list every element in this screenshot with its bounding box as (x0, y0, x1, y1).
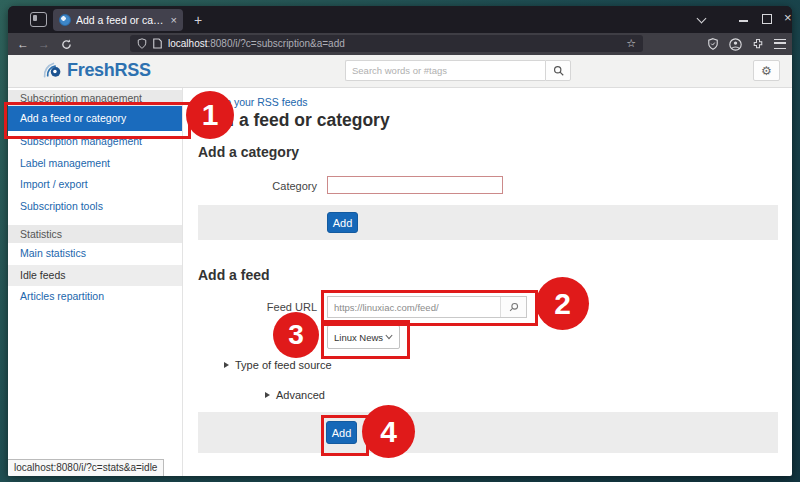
logo-text: FreshRSS (67, 60, 151, 81)
category-actions-strip (198, 205, 778, 240)
browser-tab[interactable]: Add a feed or category × (53, 9, 183, 31)
sidebar-item-articles-repartition[interactable]: Articles repartition (8, 286, 182, 308)
freshrss-logo[interactable]: FreshRSS (42, 60, 151, 81)
url-text: localhost:8080/i/?c=subscription&a=add (168, 38, 620, 49)
sidebar-item-main-statistics[interactable]: Main statistics (8, 243, 182, 265)
sidebar-item-idle-feeds[interactable]: Idle feeds (8, 265, 182, 287)
add-feed-heading: Add a feed (198, 267, 270, 283)
browser-window: Add a feed or category × + × ← → (8, 6, 792, 476)
tab-title: Add a feed or category (76, 14, 166, 26)
firefox-view-icon[interactable] (30, 12, 47, 27)
desktop-background: Add a feed or category × + × ← → (0, 0, 800, 482)
browser-toolbar: ← → localhost:8080/i/?c=subscription&a=a… (8, 33, 792, 55)
account-icon[interactable] (729, 38, 742, 51)
annotation-box-category-select (321, 320, 410, 359)
url-host: localhost (168, 38, 207, 49)
new-tab-button[interactable]: + (194, 10, 202, 30)
bookmark-star-icon[interactable]: ☆ (626, 37, 636, 50)
settings-button[interactable]: ⚙ (753, 60, 780, 81)
feed-actions-strip (198, 412, 778, 453)
freshrss-favicon (59, 14, 71, 26)
list-tabs-chevron-icon[interactable] (698, 15, 706, 23)
annotation-circle-2: 2 (536, 277, 589, 330)
page-info-icon[interactable] (153, 38, 162, 49)
annotation-circle-1: 1 (186, 91, 234, 139)
browser-tab-bar: Add a feed or category × + × (8, 6, 792, 33)
url-path: :8080/i/?c=subscription&a=add (207, 38, 344, 49)
gear-icon: ⚙ (761, 64, 772, 78)
window-close-button[interactable]: × (784, 10, 792, 25)
search-input[interactable] (345, 60, 545, 81)
type-of-feed-source-label: Type of feed source (235, 359, 332, 371)
annotation-box-sidebar-item (4, 102, 191, 139)
advanced-toggle[interactable]: Advanced (265, 389, 325, 401)
tracking-shield-icon[interactable] (137, 38, 147, 49)
menu-hamburger-icon[interactable] (774, 39, 786, 49)
back-icon[interactable]: ← (17, 38, 29, 50)
collapsed-triangle-icon (265, 392, 270, 398)
category-input[interactable] (327, 176, 503, 194)
search-box (345, 60, 571, 81)
search-button[interactable] (545, 60, 571, 81)
window-maximize-button[interactable] (762, 14, 772, 24)
annotation-circle-3: 3 (273, 312, 319, 358)
url-bar[interactable]: localhost:8080/i/?c=subscription&a=add ☆ (130, 35, 643, 52)
sidebar-item-label-management[interactable]: Label management (8, 153, 182, 175)
add-category-button[interactable]: Add (327, 212, 358, 233)
type-of-feed-source-toggle[interactable]: Type of feed source (224, 359, 332, 371)
forward-icon: → (38, 38, 50, 50)
search-icon (553, 65, 564, 76)
sidebar-item-subscription-tools[interactable]: Subscription tools (8, 196, 182, 218)
sidebar-item-import-export[interactable]: Import / export (8, 174, 182, 196)
protections-shield-icon[interactable] (707, 38, 719, 50)
sidebar-group-statistics: Statistics (8, 225, 182, 243)
annotation-circle-4: 4 (362, 405, 415, 458)
feed-url-label: Feed URL (198, 301, 317, 313)
advanced-label: Advanced (276, 389, 325, 401)
sidebar: Subscription management Add a feed or ca… (8, 88, 183, 476)
extensions-icon[interactable] (752, 38, 764, 50)
category-label: Category (198, 180, 317, 192)
link-preview-statusbar: localhost:8080/i/?c=stats&a=idle (8, 459, 164, 476)
toolbar-right-icons (707, 33, 786, 55)
freshrss-header: FreshRSS ⚙ (8, 55, 792, 88)
collapsed-triangle-icon (224, 362, 229, 368)
add-category-heading: Add a category (198, 144, 299, 160)
reload-icon[interactable] (61, 39, 72, 50)
window-minimize-button[interactable] (739, 20, 748, 22)
freshrss-logo-icon (42, 60, 63, 81)
tab-close-icon[interactable]: × (171, 15, 177, 26)
